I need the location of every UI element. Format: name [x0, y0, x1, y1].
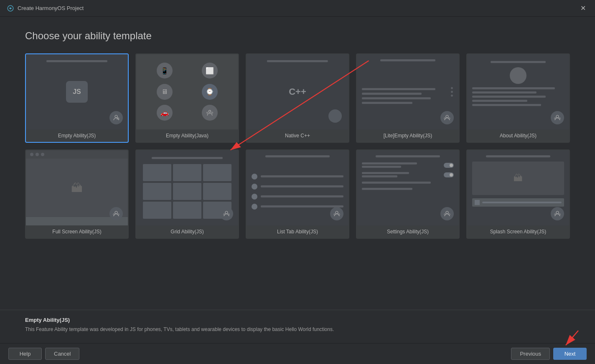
svg-point-3	[209, 110, 211, 112]
footer: Help Cancel Previous Next	[0, 343, 595, 364]
template-label-empty-ability-java: Empty Ability(Java)	[164, 129, 210, 142]
title-bar: Create HarmonyOS Project ✕	[0, 0, 595, 17]
template-card-settings-js[interactable]: Settings Ability(JS)	[356, 149, 460, 239]
description-area: Empty Ability(JS) This Feature Ability t…	[0, 310, 595, 343]
car-icon: 🚗	[157, 105, 173, 121]
cpp-text-label: C++	[289, 86, 306, 97]
template-label-fullscreen-js: Full Screen Ability(JS)	[51, 225, 103, 238]
avatar-icon-listtab	[330, 207, 343, 220]
previous-button[interactable]: Previous	[511, 348, 550, 360]
description-text: This Feature Ability template was develo…	[25, 326, 570, 333]
footer-left: Help Cancel	[8, 348, 79, 360]
card-preview-grid	[136, 150, 238, 225]
next-button[interactable]: Next	[553, 348, 587, 360]
avatar-icon-lite	[440, 111, 454, 124]
svg-point-21	[446, 211, 448, 214]
avatar-icon-fullscreen	[109, 207, 123, 220]
main-content: Choose your ability template JS	[0, 17, 595, 310]
template-label-splash-js: Splash Screen Ability(JS)	[488, 225, 548, 238]
page-title: Choose your ability template	[25, 30, 570, 42]
template-card-about-js[interactable]: About Ability(JS)	[466, 53, 570, 143]
svg-point-9	[556, 115, 559, 118]
card-preview-cpp: C++	[247, 54, 348, 129]
svg-point-12	[115, 211, 117, 214]
template-card-empty-ability-java[interactable]: 📱 ⬜ 🖥 ⌚ 🚗	[135, 53, 239, 143]
template-label-lite-empty-js: [Lite]Empty Ability(JS)	[382, 129, 434, 142]
template-label-grid-js: Grid Ability(JS)	[169, 225, 205, 238]
template-card-empty-ability-js[interactable]: JS Empty Ability(JS)	[25, 53, 129, 143]
card-preview-fullscreen: 🏔	[26, 150, 128, 225]
card-preview-java: 📱 ⬜ 🖥 ⌚ 🚗	[136, 54, 238, 129]
avatar-icon-about	[551, 111, 564, 124]
card-preview-about	[467, 54, 569, 129]
card-preview-listtab	[247, 150, 348, 225]
template-label-empty-ability-js: Empty Ability(JS)	[56, 129, 98, 142]
avatar-icon-grid	[220, 207, 233, 220]
card-preview-splash: 🏔	[467, 150, 569, 225]
template-label-settings-js: Settings Ability(JS)	[385, 225, 430, 238]
window-title: Create HarmonyOS Project	[18, 5, 578, 11]
templates-grid: JS Empty Ability(JS)	[25, 53, 570, 239]
close-button[interactable]: ✕	[578, 3, 588, 13]
tv-icon: 🖥	[157, 84, 173, 100]
template-card-grid-js[interactable]: Grid Ability(JS)	[135, 149, 239, 239]
template-card-lite-empty-js[interactable]: [Lite]Empty Ability(JS)	[356, 53, 460, 143]
description-title: Empty Ability(JS)	[25, 317, 570, 323]
harmonyos-icon	[7, 5, 14, 12]
svg-point-1	[115, 115, 117, 118]
template-card-fullscreen-js[interactable]: 🏔	[25, 149, 129, 239]
avatar-icon-settings	[440, 207, 454, 220]
avatar-icon-splash	[551, 207, 564, 220]
template-label-about-js: About Ability(JS)	[498, 129, 538, 142]
phone-icon: 📱	[157, 63, 173, 78]
avatar-circle-cpp	[328, 109, 342, 123]
js-icon: JS	[66, 81, 88, 103]
dialog: Create HarmonyOS Project ✕ Choose your a…	[0, 0, 595, 364]
template-card-native-cpp[interactable]: C++ Native C++	[246, 53, 349, 143]
multi-icon	[202, 105, 218, 121]
tablet-icon: ⬜	[202, 63, 218, 78]
template-card-listtab-js[interactable]: List Tab Ability(JS)	[246, 149, 349, 239]
svg-point-4	[211, 112, 213, 114]
card-preview-settings	[357, 150, 459, 225]
help-button[interactable]: Help	[8, 348, 42, 360]
avatar-icon	[109, 111, 123, 124]
svg-point-15	[225, 211, 228, 214]
card-preview-lite	[357, 54, 459, 129]
svg-point-24	[556, 211, 559, 214]
template-label-native-cpp: Native C++	[283, 129, 312, 142]
template-card-splash-js[interactable]: 🏔	[466, 149, 570, 239]
svg-point-18	[336, 211, 338, 214]
watch-icon: ⌚	[202, 84, 218, 100]
svg-point-6	[446, 115, 448, 118]
cancel-button[interactable]: Cancel	[45, 348, 79, 360]
template-label-listtab-js: List Tab Ability(JS)	[275, 225, 320, 238]
footer-right: Previous Next	[511, 348, 587, 360]
svg-point-5	[207, 112, 208, 114]
card-preview-js: JS	[26, 54, 128, 129]
